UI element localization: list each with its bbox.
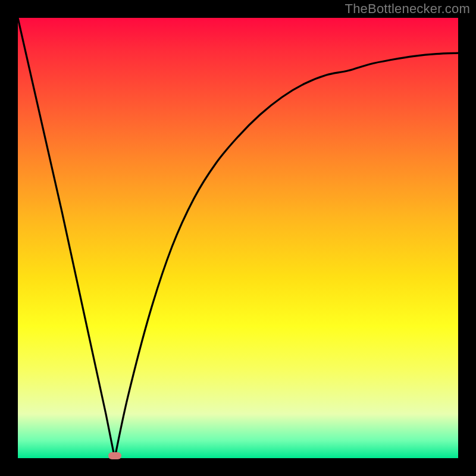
chart-frame: TheBottlenecker.com <box>0 0 476 476</box>
plot-area <box>18 18 458 458</box>
curve-svg <box>18 18 458 458</box>
optimum-marker <box>108 452 121 459</box>
watermark-text: TheBottlenecker.com <box>345 1 470 17</box>
bottleneck-curve <box>18 18 458 458</box>
